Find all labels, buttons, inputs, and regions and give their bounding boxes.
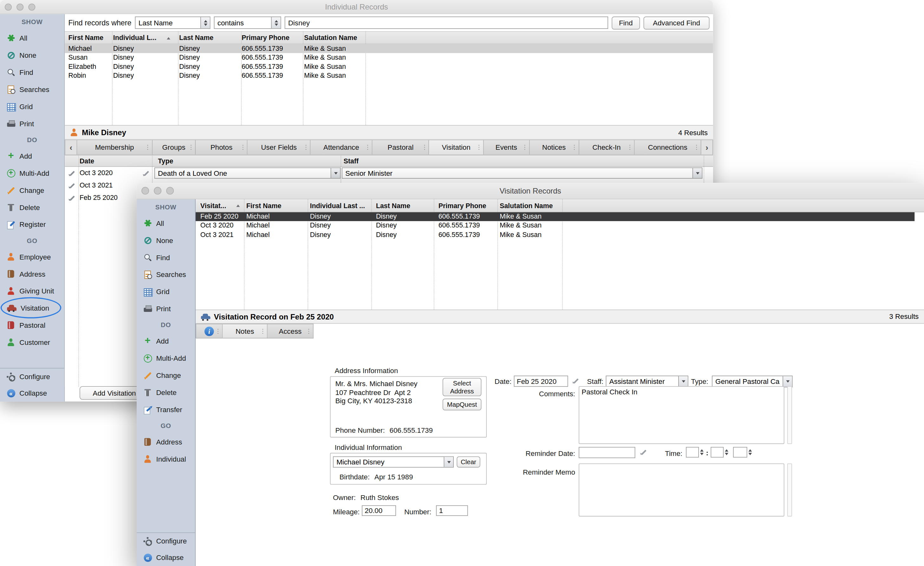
column-header-staff[interactable]: Staff [344,156,461,166]
column-header-date[interactable]: Date [80,156,144,166]
column-header-type[interactable]: Type [158,156,276,166]
column-header-visitation-date[interactable]: Visitat... [200,199,235,212]
find-value-input[interactable] [285,17,608,29]
table-row[interactable]: Elizabeth Disney Disney 606.555.1739 Mik… [64,62,713,71]
reminder-date-input[interactable] [579,447,635,458]
sidebar-item-delete[interactable]: Delete [136,384,195,401]
sidebar-item-all[interactable]: All [136,215,195,231]
sidebar-item-customer[interactable]: Customer [0,334,64,351]
tab-events[interactable]: Events [483,140,530,154]
window-titlebar[interactable]: Visitation Records [136,183,924,199]
table-row[interactable]: Robin Disney Disney 606.555.1739 Mike & … [64,71,713,80]
tab-scroll-right-icon[interactable] [701,140,713,154]
column-header-last-name[interactable]: Last Name [376,199,432,212]
time-hour-spinner[interactable] [686,447,704,458]
table-row[interactable]: Michael Disney Disney 606.555.1739 Mike … [64,44,713,53]
tab-connections[interactable]: Connections [634,140,701,154]
mapquest-button[interactable]: MapQuest [442,398,482,410]
sidebar-item-visitation[interactable]: Visitation [0,299,64,317]
tab-scroll-left-icon[interactable] [65,140,77,154]
visitation-row[interactable]: Oct 3 2020 Death of a Loved One Senior M… [64,167,713,179]
clear-button[interactable]: Clear [457,456,480,467]
column-header-primary-phone[interactable]: Primary Phone [242,32,301,44]
sidebar-item-individual[interactable]: Individual [136,450,195,468]
column-header-first-name[interactable]: First Name [69,32,111,44]
window-titlebar[interactable]: Individual Records [0,0,713,14]
column-header-individual-last[interactable]: Individual Last ... [310,199,373,212]
tab-attendance[interactable]: Attendance [311,140,373,154]
sidebar-item-employee[interactable]: Employee [0,248,64,265]
tab-access[interactable]: Access [268,324,314,338]
sidebar-item-all[interactable]: All [0,30,64,47]
signature-icon[interactable] [142,170,149,176]
sidebar-item-configure[interactable]: Configure [0,369,64,385]
advanced-find-button[interactable]: Advanced Find [644,16,710,29]
tab-check-in[interactable]: Check-In [579,140,634,154]
sidebar-item-add[interactable]: Add [0,147,64,165]
table-row[interactable]: Feb 25 2020 Michael Disney Disney 606.55… [196,212,915,221]
visitation-type-popup[interactable]: Death of a Loved One [154,168,340,179]
time-minute-input[interactable] [711,447,724,458]
sidebar-item-searches[interactable]: Searches [0,81,64,98]
sidebar-item-transfer[interactable]: Transfer [136,401,195,418]
sidebar-item-register[interactable]: Register [0,216,64,233]
visitation-staff-popup[interactable]: Senior Minister [342,168,702,179]
column-header-first-name[interactable]: First Name [246,199,308,212]
sidebar-item-none[interactable]: None [0,47,64,64]
column-header-salutation-name[interactable]: Salutation Name [304,32,364,44]
table-row[interactable]: Oct 3 2021 Michael Disney Disney 606.555… [196,230,915,239]
table-row[interactable]: Susan Disney Disney 606.555.1739 Mike & … [64,53,713,62]
edit-pencil-icon[interactable] [68,170,75,176]
sidebar-item-print[interactable]: Print [0,115,64,132]
column-header-salutation-name[interactable]: Salutation Name [500,199,573,212]
sidebar-item-giving-unit[interactable]: Giving Unit [0,282,64,299]
tab-pastoral[interactable]: Pastoral [373,140,429,154]
sidebar-item-address[interactable]: Address [136,433,195,450]
individual-popup[interactable]: Michael Disney [333,456,454,467]
mileage-input[interactable] [362,505,396,516]
sidebar-item-configure[interactable]: Configure [136,533,195,549]
tab-info[interactable] [196,324,223,338]
sidebar-item-grid[interactable]: Grid [136,283,195,300]
edit-pencil-icon[interactable] [68,182,75,189]
tab-user-fields[interactable]: User Fields [248,140,311,154]
sidebar-item-address[interactable]: Address [0,265,64,282]
find-field-popup[interactable]: Last Name [135,17,210,29]
sidebar-item-none[interactable]: None [136,231,195,249]
number-input[interactable] [436,505,468,516]
scrollbar-track[interactable] [788,464,792,516]
sidebar-item-collapse[interactable]: Collapse [0,385,64,402]
sidebar-item-print[interactable]: Print [136,300,195,317]
sidebar-item-multi-add[interactable]: Multi-Add [0,164,64,182]
sidebar-item-delete[interactable]: Delete [0,199,64,216]
sidebar-item-grid[interactable]: Grid [0,98,64,115]
table-row[interactable]: Oct 3 2020 Michael Disney Disney 606.555… [196,221,915,230]
tab-membership[interactable]: Membership [77,140,152,154]
time-minute-spinner[interactable] [711,447,728,458]
column-header-individual-last[interactable]: Individual L... [113,32,165,44]
tab-groups[interactable]: Groups [153,140,196,154]
column-header-last-name[interactable]: Last Name [179,32,238,44]
sidebar-item-add[interactable]: Add [136,332,195,350]
type-popup[interactable]: General Pastoral Ca [712,375,793,387]
column-header-primary-phone[interactable]: Primary Phone [438,199,495,212]
edit-pencil-icon[interactable] [68,195,75,201]
sidebar-item-multi-add[interactable]: Multi-Add [136,350,195,367]
sidebar-item-change[interactable]: Change [136,367,195,384]
sidebar-item-collapse[interactable]: Collapse [136,549,195,566]
tab-notes[interactable]: Notes [223,324,267,338]
reminder-memo-textarea[interactable] [579,464,784,516]
date-input[interactable] [514,375,568,387]
tab-visitation[interactable]: Visitation [429,140,484,154]
sidebar-item-find[interactable]: Find [136,249,195,266]
tab-notices[interactable]: Notices [530,140,579,154]
time-ampm-input[interactable] [733,447,747,458]
scrollbar-track[interactable] [788,386,792,444]
signature-icon[interactable] [639,449,646,455]
find-button[interactable]: Find [612,16,640,29]
sidebar-item-change[interactable]: Change [0,182,64,199]
sidebar-item-searches[interactable]: Searches [136,266,195,283]
stepper-arrows-icon[interactable] [748,449,752,456]
sidebar-item-find[interactable]: Find [0,64,64,81]
tab-photos[interactable]: Photos [196,140,248,154]
